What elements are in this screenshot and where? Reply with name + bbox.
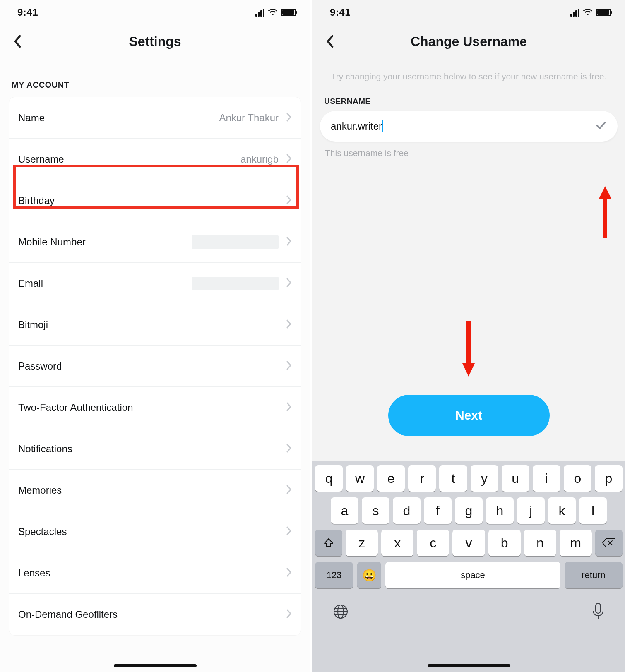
settings-row-lenses[interactable]: Lenses	[9, 552, 301, 594]
row-right	[286, 609, 292, 620]
chevron-right-icon	[286, 319, 292, 330]
key-a[interactable]: a	[331, 497, 358, 524]
chevron-right-icon	[286, 278, 292, 289]
home-indicator[interactable]	[428, 664, 510, 667]
change-username-screen: 9:41 Change Username Try changing your u…	[312, 0, 625, 672]
key-k[interactable]: k	[548, 497, 576, 524]
globe-icon[interactable]	[332, 603, 349, 622]
key-y[interactable]: y	[471, 465, 498, 492]
settings-row-birthday[interactable]: Birthday	[9, 180, 301, 221]
space-key[interactable]: space	[385, 562, 560, 588]
chevron-right-icon	[286, 526, 292, 537]
backspace-key[interactable]	[595, 530, 623, 556]
chevron-right-icon	[286, 113, 292, 123]
emoji-key[interactable]: 😀	[357, 562, 381, 588]
row-label: Memories	[18, 485, 62, 496]
chevron-right-icon	[286, 444, 292, 454]
key-r[interactable]: r	[408, 465, 436, 492]
status-icons	[570, 8, 611, 17]
redacted-value	[192, 235, 279, 249]
row-value: ankurigb	[240, 154, 279, 165]
key-z[interactable]: z	[346, 530, 378, 556]
row-right: ankurigb	[240, 154, 292, 165]
settings-row-mobile-number[interactable]: Mobile Number	[9, 221, 301, 263]
key-i[interactable]: i	[533, 465, 560, 492]
row-label: Notifications	[18, 443, 72, 455]
shift-key[interactable]	[315, 530, 342, 556]
home-indicator[interactable]	[114, 664, 197, 667]
key-d[interactable]: d	[393, 497, 421, 524]
chevron-right-icon	[286, 568, 292, 578]
key-p[interactable]: p	[595, 465, 623, 492]
key-n[interactable]: n	[524, 530, 556, 556]
dictation-icon[interactable]	[591, 602, 605, 622]
numbers-key[interactable]: 123	[315, 562, 353, 588]
username-input-value: ankur.writer	[331, 120, 595, 132]
settings-row-memories[interactable]: Memories	[9, 470, 301, 511]
chevron-right-icon	[286, 402, 292, 413]
section-header: MY ACCOUNT	[0, 58, 310, 97]
username-availability-hint: This username is free	[312, 142, 625, 158]
key-c[interactable]: c	[417, 530, 449, 556]
row-right	[192, 277, 292, 290]
row-right	[286, 485, 292, 496]
row-label: Password	[18, 360, 62, 372]
svg-marker-3	[462, 363, 475, 377]
battery-icon	[596, 9, 611, 16]
wifi-icon	[583, 8, 593, 17]
settings-row-email[interactable]: Email	[9, 263, 301, 304]
row-right	[286, 195, 292, 206]
row-label: Email	[18, 278, 43, 289]
chevron-right-icon	[286, 237, 292, 247]
row-right	[192, 235, 292, 249]
settings-row-two-factor-authentication[interactable]: Two-Factor Authentication	[9, 387, 301, 428]
row-right: Ankur Thakur	[219, 112, 292, 124]
svg-marker-1	[599, 186, 611, 199]
key-x[interactable]: x	[381, 530, 413, 556]
checkmark-icon	[595, 120, 607, 133]
text-caret	[382, 120, 383, 132]
settings-row-password[interactable]: Password	[9, 346, 301, 387]
settings-row-spectacles[interactable]: Spectacles	[9, 511, 301, 552]
key-e[interactable]: e	[377, 465, 405, 492]
settings-row-on-demand-geofilters[interactable]: On-Demand Geofilters	[9, 594, 301, 635]
cellular-icon	[255, 9, 264, 17]
page-title: Change Username	[411, 34, 527, 49]
key-t[interactable]: t	[439, 465, 467, 492]
key-l[interactable]: l	[579, 497, 607, 524]
settings-row-name[interactable]: NameAnkur Thakur	[9, 97, 301, 139]
key-w[interactable]: w	[346, 465, 374, 492]
key-f[interactable]: f	[424, 497, 452, 524]
key-q[interactable]: q	[315, 465, 343, 492]
row-label: On-Demand Geofilters	[18, 609, 118, 620]
return-key[interactable]: return	[565, 562, 623, 588]
chevron-right-icon	[286, 485, 292, 496]
key-b[interactable]: b	[488, 530, 521, 556]
back-button[interactable]	[322, 33, 338, 50]
key-s[interactable]: s	[362, 497, 389, 524]
chevron-right-icon	[286, 609, 292, 620]
back-button[interactable]	[9, 33, 26, 50]
key-h[interactable]: h	[486, 497, 514, 524]
key-o[interactable]: o	[564, 465, 591, 492]
key-g[interactable]: g	[455, 497, 483, 524]
wifi-icon	[268, 8, 278, 17]
row-label: Two-Factor Authentication	[18, 402, 133, 413]
next-button[interactable]: Next	[388, 395, 550, 436]
nav-header: Change Username	[312, 25, 625, 58]
settings-row-bitmoji[interactable]: Bitmoji	[9, 304, 301, 346]
key-u[interactable]: u	[502, 465, 529, 492]
redacted-value	[192, 277, 279, 290]
key-m[interactable]: m	[560, 530, 592, 556]
cellular-icon	[570, 9, 579, 17]
key-v[interactable]: v	[452, 530, 485, 556]
row-right	[286, 526, 292, 537]
row-label: Birthday	[18, 195, 55, 206]
settings-row-username[interactable]: Usernameankurigb	[9, 139, 301, 180]
settings-row-notifications[interactable]: Notifications	[9, 428, 301, 470]
status-bar: 9:41	[0, 0, 310, 25]
username-input[interactable]: ankur.writer	[320, 111, 618, 142]
row-right	[286, 361, 292, 372]
key-j[interactable]: j	[517, 497, 545, 524]
row-right	[286, 444, 292, 454]
